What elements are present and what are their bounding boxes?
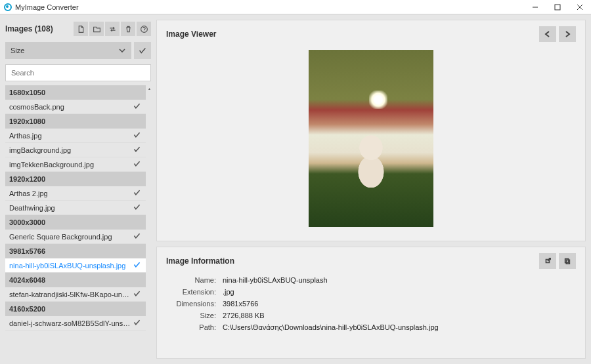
group-header[interactable]: 4024x6048 (5, 273, 146, 287)
sort-label: Size (11, 47, 24, 54)
item-name: Generic Square Background.jpg (9, 233, 133, 241)
add-file-button[interactable] (74, 22, 88, 36)
list-item[interactable]: imgTekkenBackground.jpg (5, 157, 146, 172)
check-icon (133, 203, 142, 212)
list-item[interactable]: stefan-katrandjiski-5lKfw-BKapo-unsplash… (5, 287, 146, 302)
check-icon (133, 102, 142, 111)
list-item[interactable]: daniel-j-schwarz-soM82B5SdlY-unsplash.jp… (5, 316, 146, 331)
list-item[interactable]: imgBackground.jpg (5, 143, 146, 157)
search-input[interactable] (5, 64, 151, 81)
images-list-title: Images (108) (5, 24, 53, 33)
item-name: imgBackground.jpg (9, 146, 133, 154)
sort-dropdown[interactable]: Size (5, 42, 131, 59)
group-header[interactable]: 1680x1050 (5, 85, 146, 100)
info-name-value: nina-hill-yb0iSLAxBUQ-unsplash (223, 276, 576, 284)
info-path-label: Path: (166, 323, 216, 331)
check-icon (133, 260, 142, 270)
item-name: daniel-j-schwarz-soM82B5SdlY-unsplash.jp… (9, 319, 133, 327)
info-dim-label: Dimensions: (166, 300, 216, 308)
group-header[interactable]: 3000x3000 (5, 215, 146, 230)
list-item[interactable]: cosmosBack.png (5, 100, 146, 114)
close-button[interactable] (569, 0, 591, 14)
item-name: imgTekkenBackground.jpg (9, 161, 133, 169)
check-icon (133, 318, 142, 328)
info-ext-value: .jpg (223, 288, 576, 296)
item-name: nina-hill-yb0iSLAxBUQ-unsplash.jpg (9, 262, 133, 270)
apply-sort-button[interactable] (134, 42, 151, 59)
svg-rect-1 (555, 5, 560, 10)
info-name-label: Name: (166, 276, 216, 284)
maximize-button[interactable] (546, 0, 569, 14)
sidebar: Images (108) Size 1680x1050cosmosBack.pn… (5, 20, 151, 359)
add-folder-button[interactable] (89, 22, 104, 36)
group-header[interactable]: 3981x5766 (5, 244, 146, 258)
check-icon (133, 232, 142, 241)
check-icon (133, 145, 142, 155)
info-title: Image Information (166, 256, 234, 266)
check-icon (133, 159, 142, 169)
info-panel: Image Information Name:nina-hill-yb0iSLA… (156, 247, 586, 359)
item-name: stefan-katrandjiski-5lKfw-BKapo-unsplash… (9, 291, 133, 298)
viewer-title: Image Viewer (166, 30, 217, 39)
check-icon (133, 188, 142, 198)
info-size-label: Size: (166, 312, 216, 319)
info-ext-label: Extension: (166, 288, 216, 296)
info-size-value: 2726,888 KB (223, 312, 576, 319)
list-item[interactable]: Deathwing.jpg (5, 201, 146, 215)
check-icon (133, 131, 142, 140)
list-item[interactable]: Arthas 2.jpg (5, 186, 146, 201)
group-header[interactable]: 1920x1080 (5, 114, 146, 129)
item-name: cosmosBack.png (9, 103, 133, 111)
item-name: Arthas.jpg (9, 132, 133, 140)
group-header[interactable]: 4160x5200 (5, 302, 146, 316)
prev-image-button[interactable] (539, 26, 556, 42)
scrollbar[interactable]: ▴ (147, 87, 151, 360)
group-header[interactable]: 1920x1200 (5, 172, 146, 186)
title-bar: MyImage Converter (0, 0, 591, 14)
help-button[interactable] (137, 22, 151, 36)
image-preview (309, 50, 433, 227)
open-external-button[interactable] (539, 253, 556, 269)
item-name: Arthas 2.jpg (9, 190, 133, 197)
window-title: MyImage Converter (15, 3, 79, 11)
list-item[interactable]: Generic Square Background.jpg (5, 230, 146, 244)
info-dim-value: 3981x5766 (223, 300, 576, 308)
list-item[interactable]: Arthas.jpg (5, 129, 146, 143)
viewer-panel: Image Viewer (156, 20, 586, 241)
image-list[interactable]: 1680x1050cosmosBack.png1920x1080Arthas.j… (5, 85, 146, 359)
copy-button[interactable] (559, 253, 576, 269)
chevron-down-icon (118, 47, 126, 54)
minimize-button[interactable] (524, 0, 546, 14)
check-icon (133, 289, 142, 299)
next-image-button[interactable] (559, 26, 576, 42)
app-icon (4, 3, 12, 11)
convert-button[interactable] (105, 22, 120, 36)
delete-button[interactable] (121, 22, 135, 36)
item-name: Deathwing.jpg (9, 204, 133, 212)
list-item[interactable]: nina-hill-yb0iSLAxBUQ-unsplash.jpg (5, 258, 146, 273)
info-path-value: C:\Users\Θανάσης\Downloads\nina-hill-yb0… (223, 323, 576, 331)
